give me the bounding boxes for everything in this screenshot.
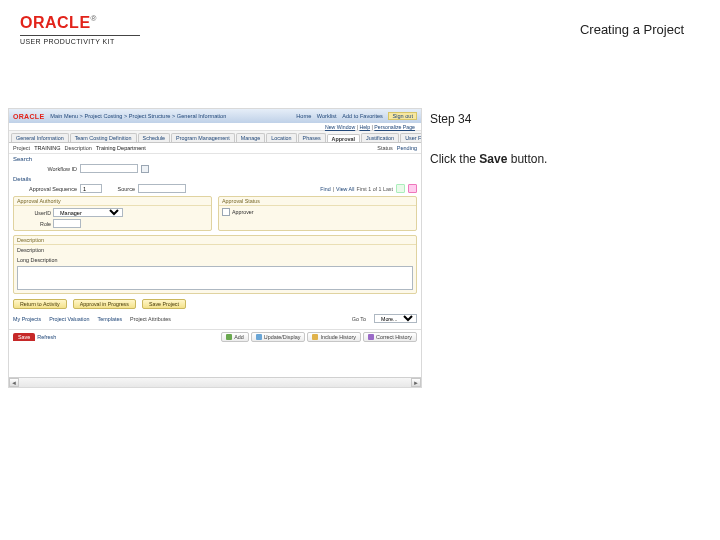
include-history-icon: [312, 334, 318, 340]
approver-label: Approver: [232, 209, 254, 215]
tab-user-fields[interactable]: User Fields: [400, 133, 421, 142]
panel-approval-authority: Approval Authority UserID Manager Role: [13, 196, 212, 231]
approver-checkbox[interactable]: [222, 208, 230, 216]
project-attributes-label: Project Attributes: [130, 316, 171, 322]
descpanel-title: Description: [14, 236, 416, 245]
sum-project-label: Project: [13, 145, 30, 151]
oracle-logo-reg: ®: [91, 14, 97, 23]
new-window-link[interactable]: New Window: [325, 124, 355, 130]
horizontal-scrollbar[interactable]: ◄ ►: [9, 377, 421, 387]
panels-row: Approval Authority UserID Manager Role A…: [9, 194, 421, 233]
include-history-button[interactable]: Include History: [307, 332, 361, 342]
seq-input[interactable]: [80, 184, 102, 193]
refresh-link[interactable]: Refresh: [37, 334, 56, 340]
oracle-logo-text: ORACLE: [20, 14, 91, 32]
instruction-panel: Step 34 Click the Save button.: [430, 110, 690, 168]
crumb-0[interactable]: Main Menu: [50, 113, 78, 119]
plus-icon: [226, 334, 232, 340]
role-input[interactable]: [53, 219, 81, 228]
correct-history-button[interactable]: Correct History: [363, 332, 417, 342]
section-search: Search: [9, 154, 421, 163]
approval-in-progress-button[interactable]: Approval in Progress: [73, 299, 136, 309]
seq-label: Approval Sequence: [13, 186, 77, 192]
delete-row-icon[interactable]: [408, 184, 417, 193]
save-project-button[interactable]: Save Project: [142, 299, 186, 309]
userid-select[interactable]: Manager: [53, 208, 123, 217]
return-to-activity-button[interactable]: Return to Activity: [13, 299, 67, 309]
instr-before: Click the: [430, 152, 479, 166]
instr-bold: Save: [479, 152, 507, 166]
goto-label: Go To: [352, 316, 366, 322]
app-topbar: ORACLE Main Menu > Project Costing > Pro…: [9, 109, 421, 123]
tab-approval[interactable]: Approval: [327, 134, 360, 143]
embedded-screenshot: ORACLE Main Menu > Project Costing > Pro…: [8, 108, 422, 388]
tab-team-costing[interactable]: Team Costing Definition: [70, 133, 137, 142]
home-link[interactable]: Home: [296, 113, 311, 119]
goto-select[interactable]: More...: [374, 314, 417, 323]
section-details: Details: [9, 174, 421, 183]
tab-phases[interactable]: Phases: [298, 133, 326, 142]
step-label: Step 34: [430, 110, 690, 128]
include-history-label: Include History: [320, 334, 356, 340]
src-input[interactable]: [138, 184, 186, 193]
pager: Find | View All First 1 of 1 Last: [320, 186, 393, 192]
correct-history-label: Correct History: [376, 334, 412, 340]
desc-row1: Description: [14, 245, 416, 255]
instruction-text: Click the Save button.: [430, 150, 690, 168]
signout-link[interactable]: Sign out: [388, 112, 417, 120]
panel-approval-status: Approval Status Approver: [218, 196, 417, 231]
worklist-link[interactable]: Worklist: [317, 113, 337, 119]
scroll-left-arrow-icon[interactable]: ◄: [9, 378, 19, 387]
tab-justification[interactable]: Justification: [361, 133, 399, 142]
oracle-logo: ORACLE®: [20, 14, 140, 32]
tab-program-mgmt[interactable]: Program Management: [171, 133, 235, 142]
pager-viewall[interactable]: View All: [336, 186, 354, 192]
crumb-1[interactable]: Project Costing: [84, 113, 122, 119]
add-button[interactable]: Add: [221, 332, 249, 342]
tab-manage[interactable]: Manage: [236, 133, 265, 142]
breadcrumb[interactable]: Main Menu > Project Costing > Project St…: [50, 113, 226, 119]
long-description-textarea[interactable]: [17, 266, 413, 290]
workflow-input[interactable]: [80, 164, 138, 173]
tab-schedule[interactable]: Schedule: [138, 133, 170, 142]
workflow-lookup-icon[interactable]: [141, 165, 149, 173]
crumb-s1: >: [124, 113, 127, 119]
upk-label: USER PRODUCTIVITY KIT: [20, 38, 140, 45]
summary-band: Project TRAINING Description Training De…: [9, 143, 421, 154]
panel-auth-title: Approval Authority: [14, 197, 211, 206]
src-label: Source: [105, 186, 135, 192]
crumb-3[interactable]: General Information: [177, 113, 226, 119]
my-projects-link[interactable]: My Projects: [13, 316, 41, 322]
row-details: Approval Sequence Source Find | View All…: [9, 183, 421, 194]
add-row-icon[interactable]: [396, 184, 405, 193]
instr-after: button.: [507, 152, 547, 166]
sum-desc-label: Description: [64, 145, 92, 151]
crumb-2[interactable]: Project Structure: [129, 113, 171, 119]
scroll-right-arrow-icon[interactable]: ►: [411, 378, 421, 387]
app-logo: ORACLE: [13, 113, 44, 120]
bottom-toolbar: Save Refresh Add Update/Display Include …: [9, 329, 421, 344]
panel-status-title: Approval Status: [219, 197, 416, 206]
help-link[interactable]: Help: [359, 124, 370, 130]
tab-location[interactable]: Location: [266, 133, 296, 142]
update-display-icon: [256, 334, 262, 340]
update-display-button[interactable]: Update/Display: [251, 332, 306, 342]
role-label: Role: [17, 221, 51, 227]
header-rule: [20, 35, 140, 36]
yellow-buttons: Return to Activity Approval in Progress …: [9, 296, 421, 312]
add-button-label: Add: [234, 334, 244, 340]
sum-status-value: Pending: [397, 145, 417, 151]
workflow-label: Workflow ID: [13, 166, 77, 172]
pager-find[interactable]: Find: [320, 186, 330, 192]
personalize-link[interactable]: Personalize Page: [374, 124, 415, 130]
project-valuation-link[interactable]: Project Valuation: [49, 316, 89, 322]
tab-general-information[interactable]: General Information: [11, 133, 69, 142]
row-workflow: Workflow ID: [9, 163, 421, 174]
sum-project-value: TRAINING: [34, 145, 60, 151]
templates-link[interactable]: Templates: [98, 316, 123, 322]
crumb-s2: >: [172, 113, 175, 119]
add-fav-link[interactable]: Add to Favorites: [342, 113, 383, 119]
sum-desc-value: Training Department: [96, 145, 146, 151]
save-button[interactable]: Save: [13, 333, 35, 341]
tab-row: General Information Team Costing Definit…: [9, 131, 421, 143]
